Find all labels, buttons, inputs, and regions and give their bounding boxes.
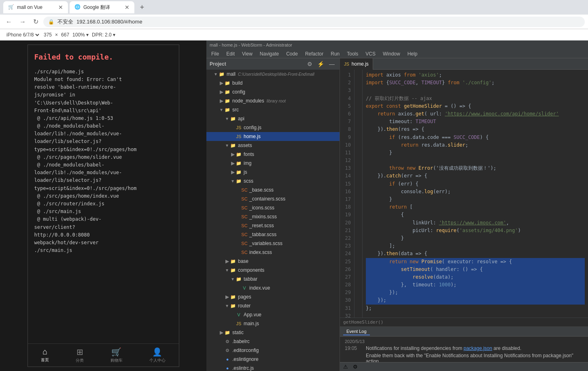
tree-mall-root[interactable]: ▾ 📁 mall C:\Users\dell\Desktop\Web-Front… <box>206 70 340 79</box>
tree-fonts[interactable]: ▶ 📁 fonts <box>206 150 340 159</box>
tab-translate[interactable]: 🌐 Google 翻译 ✕ <box>70 1 134 13</box>
menu-window[interactable]: Window <box>380 50 403 58</box>
tree-img[interactable]: ▶ 📁 img <box>206 159 340 168</box>
tree-static[interactable]: ▶ 📁 static <box>206 328 340 337</box>
tree-mixins-scss[interactable]: SC _mixins.scss <box>206 212 340 221</box>
translate-tab-close[interactable]: ✕ <box>125 4 129 11</box>
code-editor[interactable]: 1234567891011121314151617181920212223242… <box>340 70 588 318</box>
tree-home-js[interactable]: JS home.js <box>206 132 340 141</box>
tree-editorconfig[interactable]: ⚙ .editorconfig <box>206 346 340 355</box>
tree-scss[interactable]: ▾ 📁 scss <box>206 177 340 186</box>
tree-reset-scss[interactable]: SC _reset.scss <box>206 221 340 230</box>
settings-icon[interactable]: ⚙ <box>353 364 358 370</box>
tabbar-home-label: 首页 <box>41 357 49 363</box>
folder-icon: 📁 <box>224 89 231 95</box>
code-line: resolve(data); <box>366 273 585 281</box>
tree-item-name: api <box>238 116 244 122</box>
address-bar[interactable]: 🔒 不安全 192.168.0.106:8080/#/home <box>43 17 585 27</box>
tree-tabbar-scss[interactable]: SC _tabbar.scss <box>206 230 340 239</box>
tree-config[interactable]: ▶ 📁 config <box>206 87 340 96</box>
event-log-content: 2020/5/13 19:05 Notifications for instal… <box>340 337 588 362</box>
tree-item-name: pages <box>238 294 251 300</box>
tree-tabbar-folder[interactable]: ▾ 📁 tabbar <box>206 275 340 284</box>
tree-build[interactable]: ▶ 📁 build <box>206 79 340 87</box>
expand-arrow: ▾ <box>224 143 230 148</box>
tree-eslintignore[interactable]: ● .eslintignore <box>206 355 340 364</box>
tree-app-vue[interactable]: V App.vue <box>206 310 340 319</box>
code-content[interactable]: import axios from 'axios';import {SUCC_C… <box>363 70 588 318</box>
translate-favicon: 🌐 <box>74 4 81 11</box>
mall-tab-title: mall on Vue <box>17 4 56 10</box>
tree-base-scss[interactable]: SC _base.scss <box>206 186 340 194</box>
device-select[interactable]: iPhone 6/7/8 <box>5 32 40 38</box>
folder-icon: 📁 <box>224 107 231 113</box>
tree-item-name: .editorconfig <box>232 348 259 353</box>
code-line: }).then(res => { <box>366 126 585 133</box>
tree-containers-scss[interactable]: SC _containers.scss <box>206 194 340 203</box>
tree-pages[interactable]: ▶ 📁 pages <box>206 292 340 301</box>
tree-item-name: .eslintrc.js <box>232 365 254 371</box>
tree-main-js[interactable]: JS main.js <box>206 319 340 328</box>
menu-help[interactable]: Help <box>404 50 421 58</box>
tree-eslintrc[interactable]: ● .eslintrc.js <box>206 364 340 371</box>
menu-vcs[interactable]: VCS <box>362 50 379 58</box>
tree-icons-scss[interactable]: SC _icons.scss <box>206 203 340 212</box>
tree-variables-scss[interactable]: SC _variables.scss <box>206 239 340 248</box>
tabbar-cart[interactable]: 🛒 购物车 <box>110 347 123 363</box>
menu-navigate[interactable]: Navigate <box>257 50 282 58</box>
project-gear-icon[interactable]: ⚙ <box>306 60 314 68</box>
tree-item-name: home.js <box>244 134 261 139</box>
vue-icon: V <box>236 311 242 318</box>
code-line <box>366 312 585 318</box>
tabbar-home[interactable]: ⌂ 首页 <box>41 347 49 363</box>
code-line: return axios.get( url: 'https://www.imoo… <box>366 110 585 118</box>
tree-babelrc[interactable]: ⚙ .babelrc <box>206 337 340 346</box>
error-body: ./src/api/home.js Module not found: Erro… <box>34 68 172 255</box>
back-button[interactable]: ← <box>3 17 15 27</box>
tree-config-js[interactable]: JS config.js <box>206 123 340 132</box>
tree-js-folder[interactable]: ▶ 📁 js <box>206 168 340 177</box>
editor-tab-icon: JS <box>344 62 349 66</box>
tree-base[interactable]: ▶ 📁 base <box>206 257 340 266</box>
menu-refactor[interactable]: Refactor <box>302 50 327 58</box>
editor-tab-home-js[interactable]: JS home.js <box>340 58 373 70</box>
new-tab-button[interactable]: + <box>136 1 148 13</box>
project-settings-icon[interactable]: ⚡ <box>316 60 326 68</box>
menu-run[interactable]: Run <box>327 50 343 58</box>
category-icon: ⊞ <box>76 347 83 357</box>
tree-item-name: main.js <box>244 321 259 326</box>
scss-icon: SC <box>241 187 248 193</box>
menu-code[interactable]: Code <box>283 50 301 58</box>
mall-tab-close[interactable]: ✕ <box>58 4 63 11</box>
expand-arrow: ▾ <box>230 276 236 282</box>
tree-router[interactable]: ▾ 📁 router <box>206 301 340 310</box>
tree-node-modules[interactable]: ▶ 📁 node_modules library root <box>206 96 340 105</box>
line-number: 14 <box>343 172 351 180</box>
main-workspace: Failed to compile. ./src/api/home.js Mod… <box>0 41 588 371</box>
menu-tools[interactable]: Tools <box>344 50 361 58</box>
tree-components[interactable]: ▾ 📁 components <box>206 266 340 275</box>
eslintrc-icon: ● <box>224 365 231 371</box>
tabbar-profile[interactable]: 👤 个人中心 <box>149 347 166 363</box>
event-log-tab[interactable]: Event Log <box>343 328 370 335</box>
tree-api[interactable]: ▾ 📁 api <box>206 114 340 123</box>
ide-titlebar: mall - home.js - WebStorm - Administrato… <box>206 41 588 49</box>
menu-edit[interactable]: Edit <box>223 50 238 58</box>
forward-button[interactable]: → <box>17 17 28 27</box>
tree-assets[interactable]: ▾ 📁 assets <box>206 141 340 150</box>
tabbar-category[interactable]: ⊞ 分类 <box>76 347 84 363</box>
code-line: throw new Error('没有成功获取到数据！'); <box>366 164 585 172</box>
expand-arrow: ▾ <box>224 303 230 309</box>
tree-index-scss[interactable]: SC index.scss <box>206 248 340 257</box>
refresh-button[interactable]: ↻ <box>31 16 41 27</box>
menu-view[interactable]: View <box>239 50 256 58</box>
project-minimize-icon[interactable]: — <box>327 60 336 68</box>
line-number: 26 <box>343 266 351 273</box>
code-line: } <box>366 235 585 242</box>
line-number: 15 <box>343 180 351 188</box>
menu-file[interactable]: File <box>208 50 222 58</box>
tab-mall[interactable]: 🛒 mall on Vue ✕ <box>3 1 68 13</box>
event-link[interactable]: package.json <box>463 345 492 351</box>
tree-src[interactable]: ▾ 📁 src <box>206 105 340 114</box>
tree-index-vue-tabbar[interactable]: V index.vue <box>206 284 340 292</box>
